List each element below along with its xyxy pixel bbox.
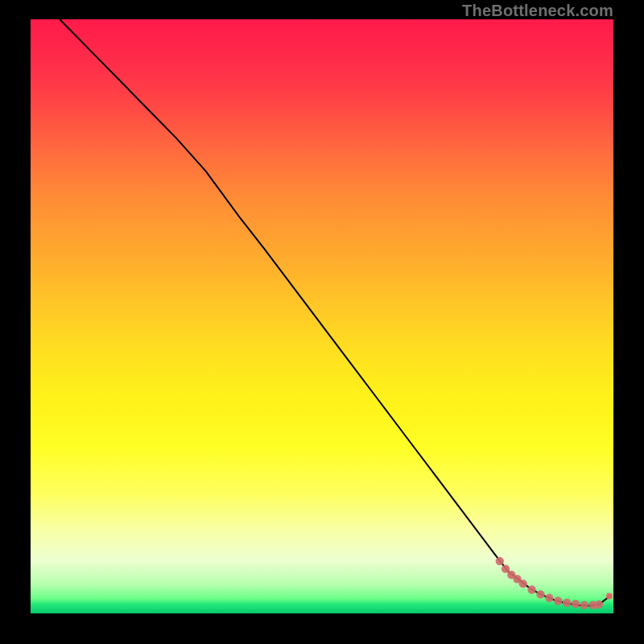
watermark-text: TheBottleneck.com [462,2,613,20]
plot-area [31,19,613,613]
chart-container: TheBottleneck.com [0,0,644,644]
